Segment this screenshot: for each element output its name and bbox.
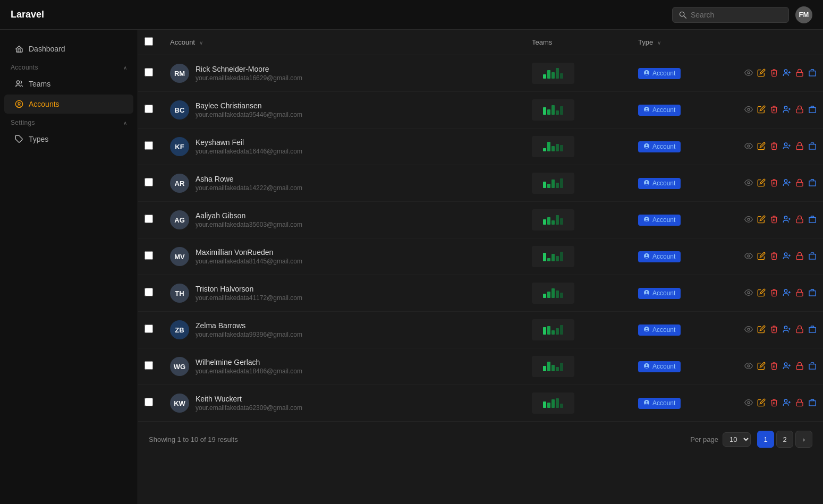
building-icon[interactable]: [808, 69, 817, 79]
add-user-icon[interactable]: [783, 69, 791, 79]
building-icon[interactable]: [808, 142, 817, 152]
view-icon[interactable]: [744, 69, 753, 79]
add-user-icon[interactable]: [783, 105, 791, 115]
row-checkbox[interactable]: [145, 68, 153, 76]
type-label: Account: [652, 253, 675, 260]
add-user-icon[interactable]: [783, 288, 791, 298]
lock-icon[interactable]: [795, 398, 804, 408]
search-input[interactable]: [691, 11, 782, 19]
delete-icon[interactable]: [770, 178, 778, 189]
building-icon[interactable]: [808, 325, 817, 335]
svg-rect-23: [796, 109, 803, 113]
row-checkbox[interactable]: [145, 398, 153, 406]
edit-icon[interactable]: [757, 362, 766, 372]
view-icon[interactable]: [744, 142, 753, 152]
delete-icon[interactable]: [770, 105, 778, 115]
lock-icon[interactable]: [795, 325, 804, 335]
sort-icon-type: ∨: [657, 40, 661, 46]
lock-icon[interactable]: [795, 69, 804, 79]
row-checkbox-cell: [138, 129, 164, 165]
type-badge-icon: [643, 143, 650, 151]
layout: Dashboard Accounts ∧ Teams Accounts: [0, 30, 823, 504]
table-row: AR Asha Rowe your.emailfakedata14222@gma…: [138, 165, 823, 202]
edit-icon[interactable]: [757, 215, 766, 225]
building-icon[interactable]: [808, 252, 817, 262]
lock-icon[interactable]: [795, 252, 804, 262]
view-icon[interactable]: [744, 215, 753, 225]
view-icon[interactable]: [744, 288, 753, 298]
row-checkbox[interactable]: [145, 141, 153, 150]
lock-icon[interactable]: [795, 215, 804, 225]
delete-icon[interactable]: [770, 69, 778, 79]
view-icon[interactable]: [744, 105, 753, 115]
row-checkbox[interactable]: [145, 251, 153, 260]
svg-point-2: [16, 81, 19, 83]
header-account[interactable]: Account ∨: [164, 30, 525, 55]
add-user-icon[interactable]: [783, 325, 791, 335]
building-icon[interactable]: [808, 105, 817, 115]
edit-icon[interactable]: [757, 325, 766, 335]
account-email: your.emailfakedata99396@gmail.com: [196, 331, 302, 338]
per-page-select[interactable]: 5102550: [723, 432, 751, 447]
building-icon[interactable]: [808, 288, 817, 298]
lock-icon[interactable]: [795, 362, 804, 372]
edit-icon[interactable]: [757, 178, 766, 189]
delete-icon[interactable]: [770, 142, 778, 152]
select-all-checkbox[interactable]: [145, 37, 153, 46]
view-icon[interactable]: [744, 325, 753, 335]
sidebar-item-types[interactable]: Types: [4, 130, 133, 149]
sidebar-item-accounts[interactable]: Accounts: [4, 95, 133, 114]
row-checkbox[interactable]: [145, 361, 153, 370]
sidebar-item-teams[interactable]: Teams: [4, 74, 133, 93]
user-avatar[interactable]: FM: [795, 6, 812, 23]
building-icon[interactable]: [808, 398, 817, 408]
add-user-icon[interactable]: [783, 178, 791, 189]
lock-icon[interactable]: [795, 105, 804, 115]
view-icon[interactable]: [744, 398, 753, 408]
page-2-button[interactable]: 2: [776, 431, 793, 448]
avatar: BC: [170, 100, 189, 119]
edit-icon[interactable]: [757, 252, 766, 262]
lock-icon[interactable]: [795, 178, 804, 189]
add-user-icon[interactable]: [783, 398, 791, 408]
lock-icon[interactable]: [795, 142, 804, 152]
page-1-button[interactable]: 1: [757, 431, 774, 448]
type-badge: Account: [638, 178, 681, 189]
delete-icon[interactable]: [770, 362, 778, 372]
edit-icon[interactable]: [757, 69, 766, 79]
row-checkbox[interactable]: [145, 178, 153, 186]
account-cell: AG Aaliyah Gibson your.emailfakedata3560…: [164, 202, 525, 238]
header-type[interactable]: Type ∨: [632, 30, 717, 55]
row-checkbox[interactable]: [145, 215, 153, 223]
next-page-button[interactable]: ›: [795, 431, 812, 448]
row-checkbox[interactable]: [145, 105, 153, 113]
building-icon[interactable]: [808, 362, 817, 372]
edit-icon[interactable]: [757, 142, 766, 152]
view-icon[interactable]: [744, 362, 753, 372]
delete-icon[interactable]: [770, 215, 778, 225]
lock-icon[interactable]: [795, 288, 804, 298]
edit-icon[interactable]: [757, 288, 766, 298]
view-icon[interactable]: [744, 252, 753, 262]
delete-icon[interactable]: [770, 288, 778, 298]
search-box[interactable]: [672, 7, 789, 23]
edit-icon[interactable]: [757, 105, 766, 115]
delete-icon[interactable]: [770, 325, 778, 335]
delete-icon[interactable]: [770, 398, 778, 408]
svg-point-86: [784, 326, 787, 329]
add-user-icon[interactable]: [783, 142, 791, 152]
edit-icon[interactable]: [757, 398, 766, 408]
building-icon[interactable]: [808, 178, 817, 189]
add-user-icon[interactable]: [783, 215, 791, 225]
actions-cell: [717, 165, 823, 202]
view-icon[interactable]: [744, 178, 753, 189]
delete-icon[interactable]: [770, 252, 778, 262]
table-row: WG Wilhelmine Gerlach your.emailfakedata…: [138, 348, 823, 385]
building-icon[interactable]: [808, 215, 817, 225]
row-checkbox[interactable]: [145, 288, 153, 296]
add-user-icon[interactable]: [783, 362, 791, 372]
add-user-icon[interactable]: [783, 252, 791, 262]
sidebar-item-dashboard[interactable]: Dashboard: [4, 39, 133, 58]
type-badge: Account: [638, 215, 681, 226]
row-checkbox[interactable]: [145, 324, 153, 333]
